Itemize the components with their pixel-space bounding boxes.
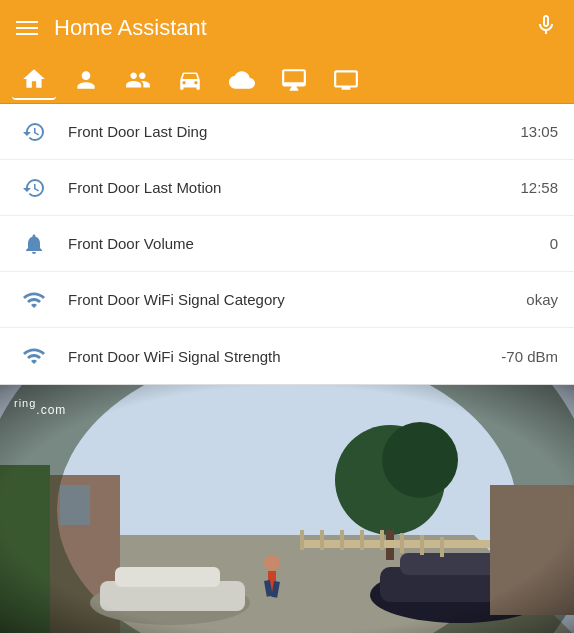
wifi-icon: [16, 288, 52, 312]
list-item: Front Door WiFi Signal Strength -70 dBm: [0, 328, 574, 384]
list-item: Front Door WiFi Signal Category okay: [0, 272, 574, 328]
ring-logo: ring.com: [14, 397, 66, 419]
wifi-strength-label: Front Door WiFi Signal Strength: [68, 348, 493, 365]
wifi-strength-value: -70 dBm: [501, 348, 558, 365]
app-title: Home Assistant: [54, 15, 207, 41]
list-item: Front Door Last Ding 13:05: [0, 104, 574, 160]
wifi-category-label: Front Door WiFi Signal Category: [68, 291, 518, 308]
volume-label: Front Door Volume: [68, 235, 542, 252]
tab-monitor[interactable]: [272, 60, 316, 100]
last-ding-label: Front Door Last Ding: [68, 123, 512, 140]
app-header: Home Assistant: [0, 0, 574, 56]
nav-tabs: [0, 56, 574, 104]
list-item: Front Door Volume 0: [0, 216, 574, 272]
last-motion-label: Front Door Last Motion: [68, 179, 512, 196]
tab-car[interactable]: [168, 60, 212, 100]
volume-value: 0: [550, 235, 558, 252]
tab-tv[interactable]: [324, 60, 368, 100]
camera-feed: ring.com: [0, 385, 574, 633]
list-item: Front Door Last Motion 12:58: [0, 160, 574, 216]
last-motion-value: 12:58: [520, 179, 558, 196]
sensor-list: Front Door Last Ding 13:05 Front Door La…: [0, 104, 574, 385]
tab-person[interactable]: [64, 60, 108, 100]
camera-vignette: [0, 385, 574, 633]
wifi-icon: [16, 344, 52, 368]
tab-group[interactable]: [116, 60, 160, 100]
last-ding-value: 13:05: [520, 123, 558, 140]
history-icon: [16, 176, 52, 200]
menu-button[interactable]: [16, 21, 38, 35]
tab-cloud[interactable]: [220, 60, 264, 100]
wifi-category-value: okay: [526, 291, 558, 308]
bell-icon: [16, 232, 52, 256]
tab-home[interactable]: [12, 60, 56, 100]
history-icon: [16, 120, 52, 144]
microphone-button[interactable]: [534, 13, 558, 43]
header-left: Home Assistant: [16, 15, 207, 41]
